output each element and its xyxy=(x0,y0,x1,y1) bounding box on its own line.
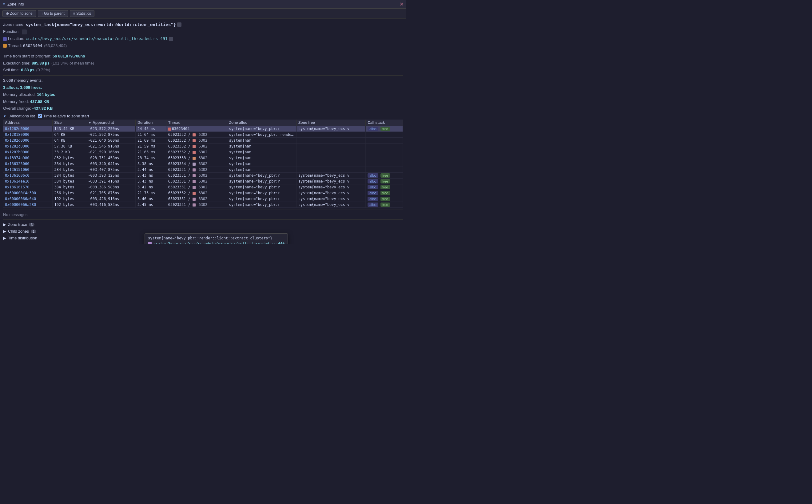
free-button[interactable]: free xyxy=(380,197,390,201)
cell-address: 0x1361606c0 xyxy=(3,173,52,179)
cell-address: 0x60000066a040 xyxy=(3,196,52,202)
mem-allocated-value: 164 bytes xyxy=(37,92,55,98)
cell-thread: 63023331 / 6302 xyxy=(166,184,227,190)
table-row[interactable]: 0x1282e0000143.44 KB-023,572,250ns24.45 … xyxy=(3,126,403,132)
table-row[interactable]: 0x60000066a040192 bytes-003,426,916ns3.4… xyxy=(3,196,403,202)
allocations-collapse-arrow[interactable]: ▼ xyxy=(3,114,6,118)
zone-trace-header[interactable]: ▶ Zone trace 3 xyxy=(3,222,403,227)
table-row[interactable]: 0x1282b000033.2 KB-021,590,166ns21.63 ms… xyxy=(3,149,403,155)
cell-duration: 3.46 ms xyxy=(136,196,166,202)
free-button[interactable]: free xyxy=(380,203,390,207)
table-row[interactable]: 0x12818000064 KB-021,592,875ns21.64 ms63… xyxy=(3,132,403,138)
col-call-stack[interactable]: Call stack xyxy=(366,120,403,126)
cell-zone-alloc: system{name="bevy_pbr:r xyxy=(227,196,296,202)
cell-zone-free xyxy=(296,167,365,173)
time-relative-checkbox-label[interactable]: Time relative to zone start xyxy=(38,114,89,118)
col-appeared-at[interactable]: ▼ Appeared at xyxy=(86,120,136,126)
cell-address: 0x13614ee10 xyxy=(3,179,52,184)
alloc-button[interactable]: alloc xyxy=(368,191,378,195)
alloc-button[interactable]: alloc xyxy=(368,173,378,178)
self-time-label: Self time: xyxy=(3,67,20,73)
location-row: Location: crates/bevy_ecs/src/schedule/e… xyxy=(3,36,403,42)
table-row[interactable]: 0x60000066a280192 bytes-003,416,583ns3.4… xyxy=(3,202,403,208)
zoom-to-zone-button[interactable]: ⊕ Zoom to zone xyxy=(2,10,36,17)
go-to-parent-button[interactable]: ↑ Go to parent xyxy=(38,10,68,17)
col-duration[interactable]: Duration xyxy=(136,120,166,126)
cell-call-stack xyxy=(366,155,403,161)
tooltip-location-swatch xyxy=(148,242,152,244)
cell-duration: 3.42 ms xyxy=(136,184,166,190)
col-zone-alloc[interactable]: Zone alloc xyxy=(227,120,296,126)
statistics-button[interactable]: ≡ Statistics xyxy=(70,10,94,17)
location-value: crates/bevy_ecs/src/schedule/executor/mu… xyxy=(26,36,167,42)
cell-duration: 21.59 ms xyxy=(136,144,166,149)
cell-zone-alloc: system{name="bevy_pbr:r xyxy=(227,173,296,179)
thread-extra: (63,023,404) xyxy=(44,43,67,49)
child-zones-arrow[interactable]: ▶ xyxy=(3,229,6,234)
time-distribution-arrow[interactable]: ▶ xyxy=(3,236,6,240)
free-button[interactable]: free xyxy=(380,179,390,183)
copy-location-icon[interactable] xyxy=(169,37,173,41)
time-from-value: 5s 881,079,708ns xyxy=(53,53,85,60)
cell-address: 0x600000f4c300 xyxy=(3,190,52,196)
time-relative-checkbox[interactable] xyxy=(38,114,42,118)
mem-allocated-row: Memory allocated: 164 bytes xyxy=(3,92,403,98)
cell-thread: 63023332 / 6302 xyxy=(166,132,227,138)
mem-freed-label: Memory freed: xyxy=(3,99,29,105)
main-content: Zone name: system_task{name="bevy_ecs::w… xyxy=(0,19,406,244)
cell-thread: 63023332 / 6302 xyxy=(166,190,227,196)
cell-appeared-at: -021,545,916ns xyxy=(86,144,136,149)
cell-size: 384 bytes xyxy=(52,173,86,179)
cell-duration: 23.74 ms xyxy=(136,155,166,161)
table-row[interactable]: 0x1282d000064 KB-021,640,500ns21.69 ms63… xyxy=(3,138,403,144)
free-button[interactable]: free xyxy=(380,191,390,195)
allocations-table-container: Address Size ▼ Appeared at Duration Thre… xyxy=(3,120,403,208)
table-row[interactable]: 0x1282c000057.38 KB-021,545,916ns21.59 m… xyxy=(3,144,403,149)
cell-call-stack: alloc free xyxy=(366,173,403,179)
col-address[interactable]: Address xyxy=(3,120,52,126)
zone-tooltip: system{name="bevy_pbr::render::light::ex… xyxy=(144,233,288,244)
table-row[interactable]: 0x136151060384 bytes-003,407,875ns3.44 m… xyxy=(3,167,403,173)
cell-size: 832 bytes xyxy=(52,155,86,161)
cell-appeared-at: -021,590,166ns xyxy=(86,149,136,155)
cell-zone-alloc: system{nam xyxy=(227,149,296,155)
free-button[interactable]: free xyxy=(380,173,390,178)
close-button[interactable]: ✕ xyxy=(400,2,404,7)
memory-stats: 3,669 memory events. 3 allocs, 3,666 fre… xyxy=(3,77,403,112)
cell-appeared-at: -003,340,041ns xyxy=(86,161,136,167)
table-row[interactable]: 0x136325060384 bytes-003,340,041ns3.38 m… xyxy=(3,161,403,167)
cell-call-stack xyxy=(366,161,403,167)
table-row[interactable]: 0x13614ee10384 bytes-003,391,416ns3.43 m… xyxy=(3,179,403,184)
table-row[interactable]: 0x600000f4c300256 bytes-021,705,875ns21.… xyxy=(3,190,403,196)
cell-call-stack: alloc free xyxy=(366,126,403,132)
copy-zone-name-icon[interactable] xyxy=(177,22,181,27)
free-button[interactable]: free xyxy=(380,127,390,131)
cell-zone-alloc: system{nam xyxy=(227,138,296,144)
alloc-button[interactable]: alloc xyxy=(368,179,378,183)
child-zones-badge: 1 xyxy=(31,230,36,233)
cell-call-stack: alloc free xyxy=(366,202,403,208)
cell-address: 0x1282d0000 xyxy=(3,138,52,144)
table-row[interactable]: 0x13374a980832 bytes-023,731,458ns23.74 … xyxy=(3,155,403,161)
table-row[interactable]: 0x136161570384 bytes-003,386,583ns3.42 m… xyxy=(3,184,403,190)
allocs-frees-row: 3 allocs, 3,666 frees. xyxy=(3,85,403,91)
table-row[interactable]: 0x1361606c0384 bytes-003,393,125ns3.43 m… xyxy=(3,173,403,179)
time-from-label: Time from start of program: xyxy=(3,53,51,60)
cell-call-stack xyxy=(366,138,403,144)
zone-name-label: Zone name: xyxy=(3,22,24,28)
col-thread[interactable]: Thread xyxy=(166,120,227,126)
zone-trace-arrow[interactable]: ▶ xyxy=(3,222,6,227)
free-button[interactable]: free xyxy=(380,185,390,189)
col-zone-free[interactable]: Zone free xyxy=(296,120,365,126)
collapse-arrow[interactable]: ▼ xyxy=(2,2,6,6)
alloc-button[interactable]: alloc xyxy=(368,185,378,189)
cell-size: 143.44 KB xyxy=(52,126,86,132)
cell-duration: 3.43 ms xyxy=(136,173,166,179)
alloc-button[interactable]: alloc xyxy=(368,203,378,207)
alloc-button[interactable]: alloc xyxy=(368,197,378,201)
cell-duration: 24.45 ms xyxy=(136,126,166,132)
cell-appeared-at: -003,386,583ns xyxy=(86,184,136,190)
col-size[interactable]: Size xyxy=(52,120,86,126)
cell-appeared-at: -023,731,458ns xyxy=(86,155,136,161)
alloc-button[interactable]: alloc xyxy=(368,127,378,131)
